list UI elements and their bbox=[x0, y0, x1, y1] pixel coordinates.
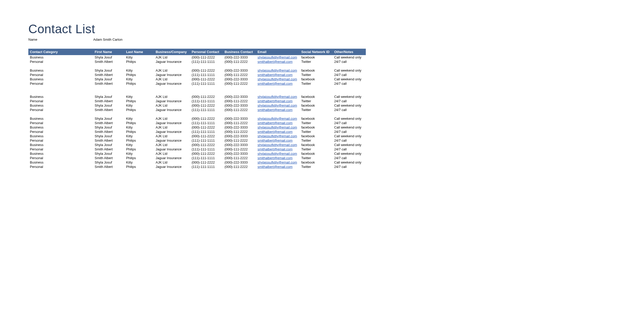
table-cell: AJK Ltd bbox=[155, 160, 191, 165]
table-cell: Call weekend only bbox=[334, 151, 366, 156]
table-row: PersonalSmith AlbertPhilipsJaguar Insura… bbox=[28, 165, 366, 169]
table-cell: Shyla Josuf bbox=[94, 125, 126, 130]
table-cell: smithalbert@email.com bbox=[257, 108, 301, 112]
table-cell: Personal bbox=[29, 99, 94, 103]
table-cell: (000)-111-2222 bbox=[191, 95, 224, 99]
table-cell: Philips bbox=[125, 73, 155, 77]
email-link[interactable]: shylajosufkitty@email.com bbox=[258, 77, 297, 81]
table-cell: AJK Ltd bbox=[155, 116, 191, 121]
table-cell: AJK Ltd bbox=[155, 134, 191, 138]
email-link[interactable]: smithalbert@email.com bbox=[258, 139, 293, 142]
table-cell: 24/7 call bbox=[334, 165, 366, 169]
table-cell: Smith Albert bbox=[94, 130, 126, 134]
table-cell: facebook bbox=[301, 125, 334, 130]
table-cell: (000)-222-3333 bbox=[224, 143, 257, 147]
table-cell: Philips bbox=[125, 121, 155, 125]
email-link[interactable]: smithalbert@email.com bbox=[258, 73, 293, 77]
table-row: PersonalSmith AlbertPhilipsJaguar Insura… bbox=[28, 138, 366, 143]
table-cell: (000)-111-2222 bbox=[224, 147, 257, 151]
table-cell: Personal bbox=[29, 121, 94, 125]
table-cell: (000)-111-2222 bbox=[224, 130, 257, 134]
table-cell: Twitter bbox=[301, 59, 334, 64]
email-link[interactable]: smithalbert@email.com bbox=[258, 121, 293, 125]
table-cell: Kitty bbox=[125, 95, 155, 99]
email-link[interactable]: smithalbert@email.com bbox=[258, 82, 293, 85]
table-cell: smithalbert@email.com bbox=[257, 165, 301, 169]
table-cell: Business bbox=[29, 55, 94, 59]
table-cell: smithalbert@email.com bbox=[257, 121, 301, 125]
col-header-personal-contact: Personal Contact bbox=[191, 50, 224, 54]
table-cell: (000)-111-2222 bbox=[191, 160, 224, 165]
table-cell: 24/7 call bbox=[334, 156, 366, 160]
table-cell: AJK Ltd bbox=[155, 125, 191, 130]
email-link[interactable]: smithalbert@email.com bbox=[258, 60, 293, 64]
email-link[interactable]: shylajosufkitty@email.com bbox=[258, 104, 297, 107]
email-link[interactable]: shylajosufkitty@email.com bbox=[258, 117, 297, 121]
table-row: BusinessShyla JosufKittyAJK Ltd(000)-111… bbox=[28, 151, 366, 156]
table-cell: Call weekend only bbox=[334, 143, 366, 147]
table-cell: Business bbox=[29, 160, 94, 165]
table-cell: Personal bbox=[29, 165, 94, 169]
table-cell: (111)-111-1111 bbox=[191, 59, 224, 64]
email-link[interactable]: shylajosufkitty@email.com bbox=[258, 134, 297, 138]
table-cell: smithalbert@email.com bbox=[257, 81, 301, 86]
table-cell: (111)-111-1111 bbox=[191, 138, 224, 143]
table-cell: Personal bbox=[29, 130, 94, 134]
email-link[interactable]: shylajosufkitty@email.com bbox=[258, 125, 297, 129]
email-link[interactable]: shylajosufkitty@email.com bbox=[258, 68, 297, 72]
table-header-row: Contact Category First Name Last Name Bu… bbox=[28, 49, 366, 55]
table-cell: AJK Ltd bbox=[155, 55, 191, 59]
table-cell: Personal bbox=[29, 59, 94, 64]
table-row: BusinessShyla JosufKittyAJK Ltd(000)-111… bbox=[28, 68, 366, 73]
table-row: BusinessShyla JosufKittyAJK Ltd(000)-111… bbox=[28, 77, 366, 81]
table-cell: Kitty bbox=[125, 125, 155, 130]
table-cell: Twitter bbox=[301, 165, 334, 169]
table-cell: Smith Albert bbox=[94, 138, 126, 143]
table-cell: (111)-111-1111 bbox=[191, 165, 224, 169]
table-cell: (000)-111-2222 bbox=[191, 103, 224, 108]
table-cell: shylajosufkitty@email.com bbox=[257, 55, 301, 59]
table-row bbox=[28, 112, 366, 116]
table-cell: (111)-111-1111 bbox=[191, 121, 224, 125]
email-link[interactable]: shylajosufkitty@email.com bbox=[258, 160, 297, 164]
table-cell: (000)-222-3333 bbox=[224, 116, 257, 121]
email-link[interactable]: shylajosufkitty@email.com bbox=[258, 95, 297, 99]
table-cell: Twitter bbox=[301, 130, 334, 134]
email-link[interactable]: shylajosufkitty@email.com bbox=[258, 55, 297, 59]
table-cell: facebook bbox=[301, 77, 334, 81]
table-cell: Shyla Josuf bbox=[94, 77, 126, 81]
table-cell: Business bbox=[29, 116, 94, 121]
table-cell: Call weekend only bbox=[334, 125, 366, 130]
email-link[interactable]: smithalbert@email.com bbox=[258, 99, 293, 103]
table-cell: Philips bbox=[125, 108, 155, 112]
table-row: BusinessShyla JosufKittyAJK Ltd(000)-111… bbox=[28, 95, 366, 99]
table-cell: (000)-222-3333 bbox=[224, 134, 257, 138]
table-cell: smithalbert@email.com bbox=[257, 156, 301, 160]
email-link[interactable]: shylajosufkitty@email.com bbox=[258, 152, 297, 156]
table-cell: Call weekend only bbox=[334, 103, 366, 108]
table-cell: Call weekend only bbox=[334, 95, 366, 99]
table-cell: Smith Albert bbox=[94, 59, 126, 64]
table-row: PersonalSmith AlbertPhilipsJaguar Insura… bbox=[28, 59, 366, 64]
email-link[interactable]: smithalbert@email.com bbox=[258, 130, 293, 134]
table-cell: Personal bbox=[29, 73, 94, 77]
table-cell: 24/7 call bbox=[334, 130, 366, 134]
table-cell: Philips bbox=[125, 165, 155, 169]
table-cell: AJK Ltd bbox=[155, 68, 191, 73]
table-row: BusinessShyla JosufKittyAJK Ltd(000)-111… bbox=[28, 116, 366, 121]
table-cell: facebook bbox=[301, 151, 334, 156]
table-body: BusinessShyla JosufKittyAJK Ltd(000)-111… bbox=[28, 55, 366, 169]
table-cell: Smith Albert bbox=[94, 73, 126, 77]
email-link[interactable]: smithalbert@email.com bbox=[258, 165, 293, 169]
table-cell: Shyla Josuf bbox=[94, 116, 126, 121]
table-cell: shylajosufkitty@email.com bbox=[257, 151, 301, 156]
table-cell: Kitty bbox=[125, 143, 155, 147]
email-link[interactable]: smithalbert@email.com bbox=[258, 108, 293, 112]
table-cell: Shyla Josuf bbox=[94, 95, 126, 99]
table-cell: 24/7 call bbox=[334, 81, 366, 86]
table-cell: Twitter bbox=[301, 81, 334, 86]
email-link[interactable]: smithalbert@email.com bbox=[258, 147, 293, 151]
email-link[interactable]: shylajosufkitty@email.com bbox=[258, 143, 297, 147]
email-link[interactable]: smithalbert@email.com bbox=[258, 156, 293, 160]
table-row bbox=[28, 90, 366, 95]
